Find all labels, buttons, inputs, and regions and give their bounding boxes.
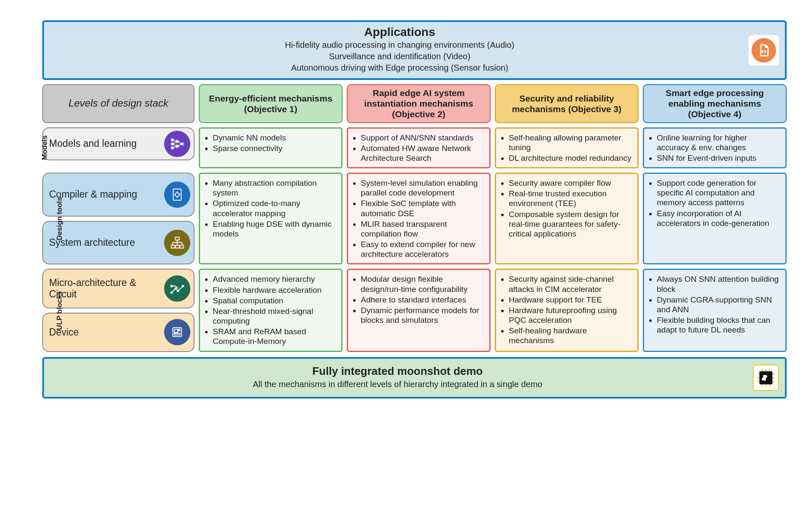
svg-point-5 — [181, 143, 184, 145]
svg-point-15 — [182, 285, 184, 287]
level-label: Models and learning — [49, 138, 137, 149]
level-system-architecture: System architecture — [42, 221, 195, 265]
demo-banner: Fully integrated moonshot demo All the m… — [42, 357, 787, 399]
header-obj4: Smart edge processing enabling mechanism… — [643, 84, 787, 123]
stage-label-ulp: ULP blocks — [55, 270, 64, 351]
bullet-item: Easy to extend compiler for new architec… — [361, 239, 484, 259]
header-obj2: Rapid edge AI system instantiation mecha… — [347, 84, 491, 123]
applications-title: Applications — [52, 25, 747, 39]
svg-rect-18 — [174, 329, 178, 333]
cell-models-obj3: Self-healing allowing parameter tuningDL… — [495, 127, 639, 169]
bullet-item: Flexible hardware acceleration — [213, 285, 336, 295]
svg-point-2 — [171, 146, 174, 149]
svg-point-16 — [171, 285, 173, 287]
svg-point-0 — [171, 138, 174, 141]
bullet-item: Many abstraction compilation system — [213, 178, 336, 198]
matrix-grid: Levels of design stack Energy-efficient … — [42, 84, 787, 352]
puzzle-chip-icon — [753, 365, 779, 391]
bullet-item: MLIR based transparent compilation flow — [361, 219, 484, 239]
bullet-item: Always ON SNN attention building block — [657, 274, 780, 294]
header-obj3: Security and reliability mechanisms (Obj… — [495, 84, 639, 123]
cell-models-obj1: Dynamic NN modelsSparse connectivity — [199, 127, 343, 169]
cell-ulp-obj3: Security against side-channel attacks in… — [495, 269, 639, 352]
cell-tools-obj1: Many abstraction compilation systemOptim… — [199, 173, 343, 264]
bullet-item: Security aware compiler flow — [509, 178, 632, 188]
circuit-icon — [164, 275, 190, 302]
bullet-item: Near-threshold mixed-signal computing — [213, 306, 336, 326]
svg-point-12 — [171, 292, 173, 294]
svg-point-1 — [171, 143, 174, 145]
bullet-item: Dynamic CGRA supporting SNN and ANN — [657, 295, 780, 314]
hierarchy-icon — [164, 230, 190, 256]
bullet-item: Modular design flexible design/run-time … — [361, 274, 484, 294]
svg-point-14 — [177, 290, 179, 292]
bullet-item: Optimized code-to-many accelerator mappi… — [213, 198, 336, 218]
cell-ulp-obj2: Modular design flexible design/run-time … — [347, 269, 491, 352]
bullet-item: Sparse connectivity — [213, 143, 336, 153]
cell-tools-obj3: Security aware compiler flowReal-time tr… — [495, 173, 639, 264]
cell-models-obj2: Support of ANN/SNN standardsAutomated HW… — [347, 127, 491, 169]
svg-rect-20 — [174, 333, 180, 335]
bullet-item: Hardware futureproofing using PQC accele… — [509, 305, 632, 325]
cell-ulp-obj4: Always ON SNN attention building blockDy… — [643, 269, 787, 352]
svg-rect-19 — [178, 329, 180, 331]
bullet-item: Real-time trusted execution environment … — [509, 189, 632, 208]
bullet-item: Self-healing hardware mechanisms — [509, 326, 632, 345]
bullet-item: Composable system design for real-time g… — [509, 209, 632, 239]
bullet-item: Flexible building blocks that can adapt … — [657, 315, 780, 335]
row-ulp-left: ULP blocks Micro‑architecture & Circuit … — [42, 269, 195, 352]
bullet-item: Hardware support for TEE — [509, 295, 632, 305]
applications-line: Surveillance and identification (Video) — [52, 51, 747, 62]
bullet-item: Dynamic NN models — [213, 133, 336, 143]
gear-document-icon — [164, 182, 190, 208]
svg-point-4 — [176, 145, 178, 147]
applications-banner: Applications Hi-fidelity audio processin… — [42, 20, 787, 80]
bullet-item: Support code generation for specific AI … — [657, 178, 780, 208]
demo-sub: All the mechanisms in different levels o… — [52, 380, 743, 389]
svg-rect-11 — [180, 245, 184, 248]
bullet-item: SNN for Event-driven inputs — [657, 153, 780, 163]
svg-rect-8 — [175, 237, 179, 240]
svg-point-13 — [175, 288, 176, 289]
code-document-icon — [749, 35, 779, 66]
applications-line: Autonomous driving with Edge processing … — [52, 63, 747, 73]
bullet-item: Adhere to standard interfaces — [361, 295, 484, 305]
svg-rect-9 — [171, 245, 175, 248]
demo-title: Fully integrated moonshot demo — [52, 365, 743, 378]
bullet-item: Flexible SoC template with automatic DSE — [361, 198, 484, 218]
bullet-item: Easy incorporation of AI accelerators in… — [657, 209, 780, 228]
bullet-item: SRAM and ReRAM based Compute-in-Memory — [213, 327, 336, 346]
level-device: Device — [42, 313, 195, 352]
row-tools-left: Design tools Compiler & mapping System a… — [42, 173, 195, 264]
row-models-left: Models Models and learning — [42, 127, 195, 169]
svg-point-3 — [176, 140, 178, 143]
svg-rect-10 — [176, 245, 179, 248]
bullet-item: Online learning for higher accuracy & en… — [657, 133, 780, 152]
header-obj1: Energy-efficient mechanisms (Objective 1… — [199, 84, 343, 123]
bullet-item: Spatial computation — [213, 296, 336, 305]
cell-tools-obj4: Support code generation for specific AI … — [643, 173, 787, 264]
stage-label-models: Models — [41, 122, 49, 173]
bullet-item: Self-healing allowing parameter tuning — [509, 133, 632, 152]
level-label: Micro‑architecture & Circuit — [49, 277, 164, 300]
level-models-learning: Models and learning — [42, 127, 195, 160]
bullet-item: Enabling huge DSE with dynamic models — [213, 219, 336, 239]
level-compiler-mapping: Compiler & mapping — [42, 173, 195, 217]
level-microarch-circuit: Micro‑architecture & Circuit — [42, 269, 195, 308]
cell-models-obj4: Online learning for higher accuracy & en… — [643, 127, 787, 169]
cell-tools-obj2: System-level simulation enabling paralle… — [347, 173, 491, 264]
chip-icon — [164, 319, 190, 345]
svg-point-7 — [175, 192, 179, 197]
bullet-item: Advanced memory hierarchy — [213, 274, 336, 284]
applications-line: Hi-fidelity audio processing in changing… — [52, 40, 747, 50]
cell-ulp-obj1: Advanced memory hierarchyFlexible hardwa… — [199, 269, 343, 352]
bullet-item: System-level simulation enabling paralle… — [361, 178, 484, 198]
bullet-item: Support of ANN/SNN standards — [361, 133, 484, 143]
neural-net-icon — [164, 131, 190, 157]
bullet-item: Automated HW aware Network Architecture … — [361, 143, 484, 163]
header-levels: Levels of design stack — [42, 84, 195, 123]
stage-label-tools: Design tools — [55, 179, 64, 259]
bullet-item: Security against side-channel attacks in… — [509, 274, 632, 294]
bullet-item: DL architecture model redundancy — [509, 153, 632, 163]
level-label: Device — [49, 327, 79, 338]
